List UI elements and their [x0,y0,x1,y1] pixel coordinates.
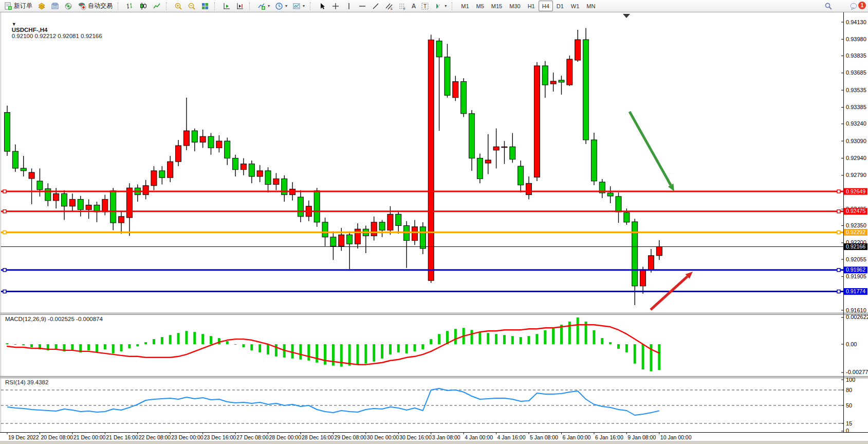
candlestick-mode-button[interactable] [137,1,150,12]
svg-text:4 Jan 00:00: 4 Jan 00:00 [465,434,493,440]
svg-text:0.93835: 0.93835 [846,52,866,59]
rsi-label: RSI(14) 39.4382 [5,379,48,385]
svg-text:30 Dec 00:00: 30 Dec 00:00 [367,434,399,440]
svg-text:30 Dec 16:00: 30 Dec 16:00 [399,434,432,440]
timeframe-m5-button[interactable]: M5 [473,1,488,11]
notification-badge[interactable]: 1 [858,2,866,9]
mt4-window: 新订单 [0,0,868,444]
tile-windows-button[interactable] [198,1,212,12]
svg-text:0.00: 0.00 [846,341,857,347]
trendline-tool-button[interactable] [369,1,382,12]
chart-shift-button[interactable] [233,1,247,12]
timeframe-w1-button[interactable]: W1 [567,1,583,11]
text-tool-button[interactable]: A [409,1,418,12]
fibonacci-tool-button[interactable]: F [396,1,409,12]
new-order-button[interactable]: 新订单 [2,1,35,12]
svg-text:6 Jan 00:00: 6 Jan 00:00 [562,434,590,440]
data-window-button[interactable] [48,1,62,12]
zoom-out-button[interactable] [185,1,198,12]
svg-text:0.92166: 0.92166 [846,243,865,250]
svg-text:0.93535: 0.93535 [846,87,866,93]
chat-icon [850,2,858,10]
svg-text:4 Jan 16:00: 4 Jan 16:00 [497,434,526,440]
new-order-icon [4,2,12,10]
crosshair-tool-button[interactable] [329,1,342,12]
autotrading-button[interactable]: 自动交易 [75,1,115,12]
horizontal-line-tool-button[interactable] [356,1,369,12]
main-toolbar: 新订单 [0,0,868,12]
svg-text:19 Dec 2022: 19 Dec 2022 [8,434,39,440]
periods-button[interactable]: ▾ [272,1,290,12]
svg-text:50: 50 [846,402,852,409]
svg-text:0.93385: 0.93385 [846,104,866,110]
toolbar-separator [214,2,217,10]
svg-text:20 Dec 08:00: 20 Dec 08:00 [41,434,73,440]
svg-text:T: T [423,4,427,9]
autotrading-label: 自动交易 [88,2,113,10]
new-order-label: 新订单 [14,2,32,10]
navigator-icon [64,2,72,10]
svg-text:21 Dec 16:00: 21 Dec 16:00 [106,434,138,440]
toolbar-separator [310,2,313,10]
market-watch-button[interactable] [35,1,48,12]
svg-text:0.92350: 0.92350 [846,222,866,228]
svg-text:0.93240: 0.93240 [846,120,866,127]
line-chart-mode-button[interactable] [150,1,163,12]
svg-text:-0.00277: -0.00277 [846,369,868,375]
label-tool-button[interactable]: T [418,1,432,12]
svg-text:3 Jan 08:00: 3 Jan 08:00 [432,434,460,440]
svg-text:9 Jan 08:00: 9 Jan 08:00 [627,434,656,440]
chart-ohlc-values: 0.92100 0.92212 0.92081 0.92166 [12,33,102,39]
arrows-tool-button[interactable]: ▾ [432,1,449,12]
toolbar-separator [166,2,169,10]
navigator-button[interactable] [62,1,75,12]
zoom-in-button[interactable] [172,1,185,12]
macd-label: MACD(12,26,9) -0.002525 -0.000874 [5,316,103,322]
svg-text:100: 100 [846,377,855,383]
timeframe-m30-button[interactable]: M30 [506,1,524,11]
svg-text:0.92790: 0.92790 [846,172,866,178]
autotrading-icon [78,2,86,10]
cursor-tool-button[interactable] [316,1,329,12]
chart-title: ▼ USDCHF-,H4 0.92100 0.92212 0.92081 0.9… [5,14,102,45]
svg-text:E: E [391,7,393,10]
svg-text:0.92055: 0.92055 [846,256,866,262]
templates-button[interactable]: ▾ [290,1,307,12]
bar-chart-mode-button[interactable] [123,1,137,12]
chart-dropdown-icon[interactable]: ▼ [12,22,16,27]
svg-text:29 Dec 08:00: 29 Dec 08:00 [334,434,366,440]
svg-text:0.92940: 0.92940 [846,155,866,161]
timeframe-d1-button[interactable]: D1 [553,1,567,11]
svg-text:0.002622: 0.002622 [846,314,868,320]
data-window-icon [51,2,59,10]
price-chart[interactable]: 0.941300.939800.938350.936850.935350.933… [0,0,868,444]
timeframe-mn-button[interactable]: MN [583,1,599,11]
svg-text:6 Jan 16:00: 6 Jan 16:00 [595,434,623,440]
auto-scroll-button[interactable] [220,1,233,12]
text-tool-letter: A [412,3,416,10]
timeframe-h4-button[interactable]: H4 [539,1,553,11]
svg-text:23 Dec 16:00: 23 Dec 16:00 [204,434,236,440]
svg-text:0.92649: 0.92649 [846,188,865,194]
timeframe-m15-button[interactable]: M15 [488,1,506,11]
search-button[interactable] [822,1,835,12]
svg-text:0.93685: 0.93685 [846,69,866,76]
svg-text:28 Dec 16:00: 28 Dec 16:00 [302,434,334,440]
window-bottom-edge [0,441,868,444]
market-watch-icon [38,2,46,10]
svg-text:0.92292: 0.92292 [846,229,865,235]
svg-text:80: 80 [846,387,852,393]
timeframe-m1-button[interactable]: M1 [457,1,472,11]
svg-text:F: F [403,7,405,10]
svg-text:27 Dec 08:00: 27 Dec 08:00 [236,434,269,440]
vertical-line-tool-button[interactable] [342,1,356,12]
svg-text:0.94130: 0.94130 [846,19,866,25]
svg-text:15: 15 [846,420,852,427]
channel-tool-button[interactable]: E [382,1,396,12]
timeframe-h1-button[interactable]: H1 [524,1,539,11]
svg-text:0.91774: 0.91774 [846,288,865,294]
svg-text:0.93980: 0.93980 [846,36,866,42]
svg-text:5 Jan 08:00: 5 Jan 08:00 [530,434,558,440]
indicators-button[interactable]: ▾ [255,1,272,12]
svg-text:28 Dec 00:00: 28 Dec 00:00 [269,434,302,440]
